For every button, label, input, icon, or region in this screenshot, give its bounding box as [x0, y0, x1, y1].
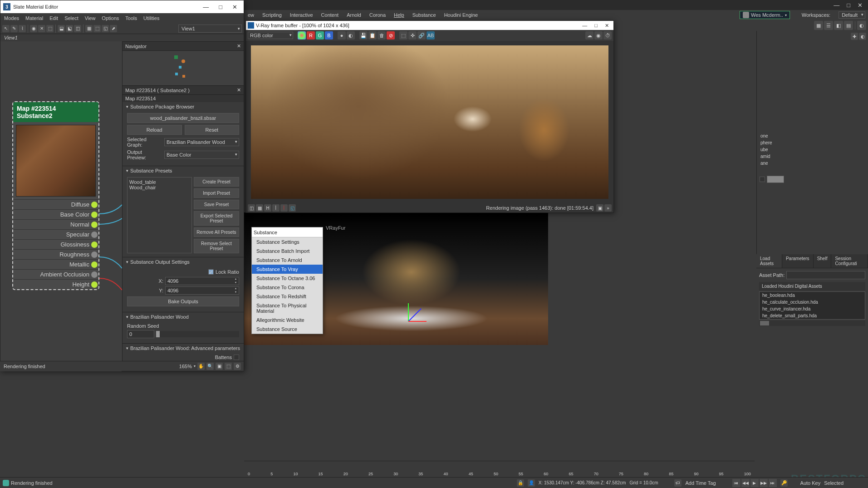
reset-button[interactable]: Reset: [185, 125, 240, 135]
seed-spinner[interactable]: 0: [127, 330, 154, 338]
navigator-canvas[interactable]: [123, 51, 244, 85]
menu-item[interactable]: Substance To Octane 3.06: [252, 274, 323, 283]
green-channel-button[interactable]: G: [316, 31, 324, 39]
play-button[interactable]: ▶: [750, 479, 759, 487]
section-header[interactable]: Brazilian Palisander Wood: Advanced para…: [123, 344, 244, 353]
vfb-canvas[interactable]: [246, 41, 613, 203]
tab-session[interactable]: Session Configurati: [831, 254, 868, 268]
menu-item[interactable]: Content: [321, 12, 339, 18]
stop-icon[interactable]: ⊘: [387, 31, 395, 39]
graph-select[interactable]: Brazilian Palisander Wood: [164, 138, 239, 146]
close-icon[interactable]: ✕: [229, 4, 241, 10]
toolbar-icon[interactable]: ▦: [256, 204, 263, 212]
levels-icon[interactable]: ◐: [347, 31, 355, 39]
frame-icon[interactable]: ⬚: [225, 363, 232, 370]
selected-label[interactable]: Selected: [824, 480, 843, 486]
menu-item[interactable]: Substance Batch Import: [252, 246, 323, 256]
channel-select[interactable]: RGB color: [248, 32, 293, 39]
node-output[interactable]: Specular: [13, 229, 98, 239]
close-icon[interactable]: ✕: [602, 23, 612, 29]
preset-list[interactable]: Wood_table Wood_chair: [127, 177, 192, 253]
link-icon[interactable]: 🔗: [417, 31, 426, 39]
menu-item[interactable]: ew: [248, 12, 254, 18]
remove-all-button[interactable]: Remove All Presets: [194, 227, 239, 237]
toolbar-icon[interactable]: ◫: [248, 204, 255, 212]
menu-item[interactable]: Allegorithmic Website: [252, 315, 323, 325]
save-preset-button[interactable]: Save Preset: [194, 200, 239, 209]
list-item[interactable]: one: [757, 133, 868, 139]
node-output[interactable]: Roughness: [13, 249, 98, 259]
menu-item[interactable]: Scripting: [262, 12, 282, 18]
transform-gizmo[interactable]: [408, 321, 436, 348]
substance-file-button[interactable]: wood_palisander_brazil.sbsar: [127, 113, 239, 123]
maximize-icon[interactable]: □: [847, 2, 850, 9]
map-tab[interactable]: Map #223514: [123, 95, 244, 102]
minimize-icon[interactable]: —: [199, 4, 212, 10]
x-spinner[interactable]: 4096▴▾: [165, 277, 239, 285]
close-icon[interactable]: ✕: [237, 43, 241, 49]
list-item[interactable]: he_calculate_occlusion.hda: [760, 299, 865, 306]
menu-item[interactable]: Utilities: [143, 15, 159, 21]
menu-item[interactable]: Substance To Corona: [252, 283, 323, 292]
material-node[interactable]: Map #223514 Substance2 Diffuse Base Colo…: [12, 101, 99, 290]
section-header[interactable]: Substance Package Browser: [123, 102, 244, 111]
menu-item[interactable]: Substance To Arnold: [252, 256, 323, 265]
toolbar-icon[interactable]: ◱: [289, 204, 296, 212]
layout-icon[interactable]: ⬚: [93, 25, 101, 32]
menu-item[interactable]: Corona: [369, 12, 386, 18]
list-item[interactable]: Wood_table: [129, 179, 190, 185]
lens-icon[interactable]: ◉: [594, 31, 603, 39]
mono-icon[interactable]: ●: [338, 31, 346, 39]
node-output[interactable]: Base Color: [13, 209, 98, 219]
menu-item[interactable]: Arnold: [347, 12, 361, 18]
battens-checkbox[interactable]: [234, 355, 239, 360]
red-channel-button[interactable]: R: [307, 31, 315, 39]
toolbar-icon[interactable]: H: [264, 204, 271, 212]
person-icon[interactable]: 👤: [528, 479, 535, 487]
arrow-icon[interactable]: ↖: [2, 25, 10, 32]
toolbar-icon[interactable]: ☰: [824, 21, 833, 30]
blue-channel-button[interactable]: B: [325, 31, 333, 39]
import-preset-button[interactable]: Import Preset: [194, 188, 239, 198]
list-item[interactable]: ube: [757, 146, 868, 153]
timeline[interactable]: 0510152025303540455055606570758085909510…: [244, 461, 755, 477]
list-item[interactable]: amid: [757, 153, 868, 160]
asset-path-input[interactable]: [786, 271, 865, 279]
node-output[interactable]: Glossiness: [13, 239, 98, 249]
list-item[interactable]: he_boolean.hda: [760, 292, 865, 299]
section-header[interactable]: Substance Output Settings: [123, 257, 244, 266]
chevron-icon[interactable]: »: [604, 204, 612, 212]
list-item[interactable]: Wood_chair: [129, 185, 190, 190]
swatch-icon[interactable]: [298, 31, 306, 39]
brush-icon[interactable]: ✎: [10, 25, 18, 32]
copy-icon[interactable]: 📋: [368, 31, 377, 39]
menu-item[interactable]: Houdini Engine: [444, 12, 478, 18]
toolbar-icon[interactable]: 丨: [280, 204, 288, 212]
fit-icon[interactable]: ▣: [216, 363, 223, 370]
tab-load-assets[interactable]: Load Assets: [756, 254, 782, 268]
create-preset-button[interactable]: Create Preset: [194, 177, 239, 187]
toolbar-icon[interactable]: ◫: [74, 25, 81, 32]
section-header[interactable]: Substance Presets: [123, 166, 244, 175]
toolbar-icon[interactable]: ▦: [814, 21, 823, 30]
show-icon[interactable]: ✕: [38, 25, 45, 32]
settings-icon[interactable]: ⚙: [234, 363, 241, 370]
context-search[interactable]: [252, 227, 323, 237]
menu-item[interactable]: Substance To Redshift: [252, 292, 323, 301]
tab-shelf[interactable]: Shelf: [814, 254, 832, 268]
node-output[interactable]: Height: [13, 279, 98, 289]
toolbar-icon[interactable]: ⬕: [66, 25, 73, 32]
toolbar-icon[interactable]: ▤: [844, 21, 853, 30]
zoom-icon[interactable]: 🔍: [206, 363, 214, 370]
auto-key-button[interactable]: Auto Key: [800, 480, 821, 486]
slate-titlebar[interactable]: 3 Slate Material Editor — □ ✕: [0, 0, 244, 13]
menu-item[interactable]: Options: [102, 15, 119, 21]
goto-start-button[interactable]: ⏮: [732, 479, 740, 487]
cloud-icon[interactable]: ☁: [585, 31, 593, 39]
toolbar-icon[interactable]: ⬈: [110, 25, 117, 32]
seed-slider[interactable]: [156, 331, 239, 337]
scrollbar[interactable]: [759, 320, 865, 326]
toolbar-icon[interactable]: ⬚: [46, 25, 54, 32]
close-icon[interactable]: ✕: [237, 87, 241, 93]
list-item[interactable]: he_delete_small_parts.hda: [760, 312, 865, 319]
